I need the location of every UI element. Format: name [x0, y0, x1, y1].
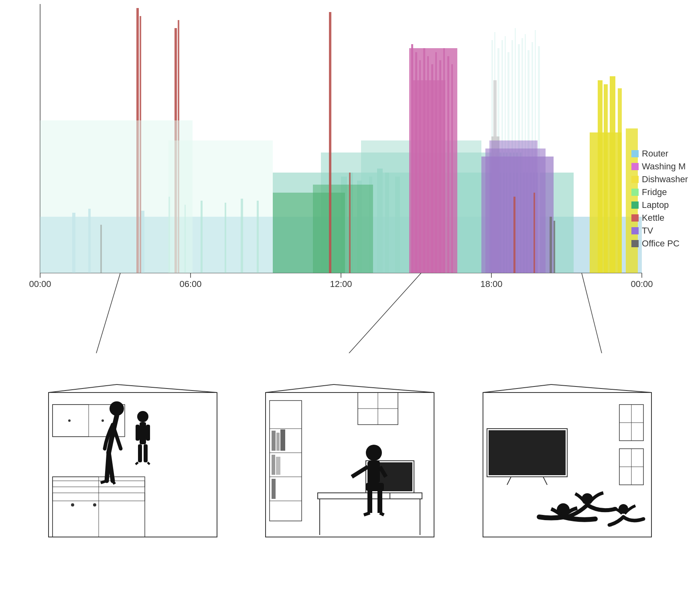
- svg-rect-54: [313, 185, 373, 273]
- svg-line-106: [101, 481, 107, 483]
- living-room-panel: [471, 348, 663, 581]
- svg-rect-146: [366, 483, 384, 491]
- svg-text:18:00: 18:00: [480, 279, 502, 289]
- svg-rect-111: [146, 425, 150, 441]
- kitchen-panel: [37, 348, 229, 581]
- svg-rect-70: [419, 60, 421, 273]
- svg-text:00:00: 00:00: [29, 279, 51, 289]
- svg-rect-32: [395, 177, 400, 273]
- svg-line-107: [113, 481, 115, 484]
- svg-line-115: [148, 462, 150, 464]
- legend-color-kettle: [631, 214, 639, 222]
- svg-line-152: [483, 384, 551, 393]
- svg-line-91: [49, 384, 117, 393]
- svg-point-103: [93, 503, 96, 506]
- svg-rect-69: [415, 52, 417, 273]
- office-panel: [254, 348, 446, 581]
- svg-rect-83: [618, 88, 622, 273]
- legend: Router Washing M Dishwasher Fridge Lapto…: [631, 148, 688, 249]
- svg-rect-72: [427, 56, 429, 273]
- svg-rect-76: [443, 48, 445, 273]
- svg-rect-31: [385, 173, 389, 273]
- svg-text:06:00: 06:00: [179, 279, 201, 289]
- chart-area: 00:00 06:00 12:00 18:00 00:00: [0, 0, 700, 301]
- svg-line-165: [543, 477, 547, 485]
- svg-rect-134: [272, 479, 276, 499]
- svg-rect-65: [554, 221, 555, 273]
- legend-item-dishwasher: Dishwasher: [631, 174, 688, 185]
- svg-line-153: [551, 384, 651, 393]
- svg-rect-143: [368, 461, 380, 483]
- svg-rect-80: [598, 80, 603, 273]
- svg-rect-73: [431, 64, 433, 273]
- legend-item-router: Router: [631, 148, 688, 159]
- svg-rect-60: [349, 173, 351, 273]
- svg-rect-59: [329, 12, 331, 273]
- svg-rect-74: [435, 52, 437, 273]
- svg-line-117: [266, 384, 334, 393]
- svg-rect-61: [513, 197, 515, 273]
- svg-point-102: [71, 503, 74, 506]
- legend-item-fridge: Fridge: [631, 187, 688, 197]
- legend-label-laptop: Laptop: [642, 200, 669, 210]
- svg-point-98: [101, 419, 104, 422]
- svg-line-114: [136, 462, 138, 464]
- svg-rect-131: [280, 429, 285, 451]
- svg-point-142: [366, 445, 382, 461]
- legend-color-washing: [631, 163, 639, 170]
- legend-color-laptop: [631, 201, 639, 209]
- legend-color-tv: [631, 227, 639, 234]
- svg-rect-71: [423, 48, 425, 273]
- svg-line-149: [364, 513, 370, 515]
- legend-item-laptop: Laptop: [631, 200, 688, 210]
- legend-label-kettle: Kettle: [642, 213, 664, 223]
- svg-rect-130: [276, 433, 280, 451]
- svg-line-164: [507, 477, 511, 485]
- svg-rect-133: [276, 457, 280, 475]
- svg-rect-78: [451, 64, 453, 273]
- legend-label-fridge: Fridge: [642, 187, 667, 197]
- svg-rect-132: [272, 455, 275, 475]
- legend-item-tv: TV: [631, 226, 688, 236]
- legend-color-fridge: [631, 189, 639, 196]
- svg-rect-81: [604, 84, 608, 273]
- svg-rect-129: [272, 431, 276, 451]
- svg-text:12:00: 12:00: [330, 279, 352, 289]
- svg-rect-77: [447, 56, 449, 273]
- legend-color-dishwasher: [631, 176, 639, 183]
- svg-rect-75: [439, 60, 441, 273]
- bottom-area: [0, 333, 700, 596]
- svg-line-150: [380, 513, 384, 515]
- svg-rect-163: [489, 430, 566, 475]
- legend-color-office-pc: [631, 240, 639, 247]
- legend-item-washing: Washing M: [631, 161, 688, 172]
- legend-item-office-pc: Office PC: [631, 238, 688, 249]
- svg-rect-110: [136, 425, 140, 441]
- svg-point-97: [68, 419, 71, 422]
- svg-point-108: [137, 411, 148, 422]
- svg-text:00:00: 00:00: [631, 279, 653, 289]
- legend-color-router: [631, 150, 639, 157]
- svg-rect-109: [140, 422, 146, 444]
- svg-rect-68: [411, 44, 413, 273]
- svg-line-118: [334, 384, 434, 393]
- svg-rect-64: [550, 217, 552, 273]
- legend-label-tv: TV: [642, 226, 653, 236]
- svg-rect-82: [610, 76, 615, 273]
- svg-rect-112: [138, 444, 142, 462]
- svg-line-92: [117, 384, 217, 393]
- svg-rect-100: [53, 477, 99, 537]
- legend-label-washing: Washing M: [642, 161, 686, 172]
- svg-rect-113: [144, 444, 148, 462]
- legend-label-dishwasher: Dishwasher: [642, 174, 688, 185]
- svg-rect-86: [168, 140, 273, 273]
- legend-item-kettle: Kettle: [631, 213, 688, 223]
- svg-rect-62: [534, 193, 535, 273]
- svg-rect-30: [377, 169, 383, 273]
- legend-label-office-pc: Office PC: [642, 238, 680, 249]
- svg-rect-90: [49, 393, 217, 537]
- legend-label-router: Router: [642, 148, 668, 159]
